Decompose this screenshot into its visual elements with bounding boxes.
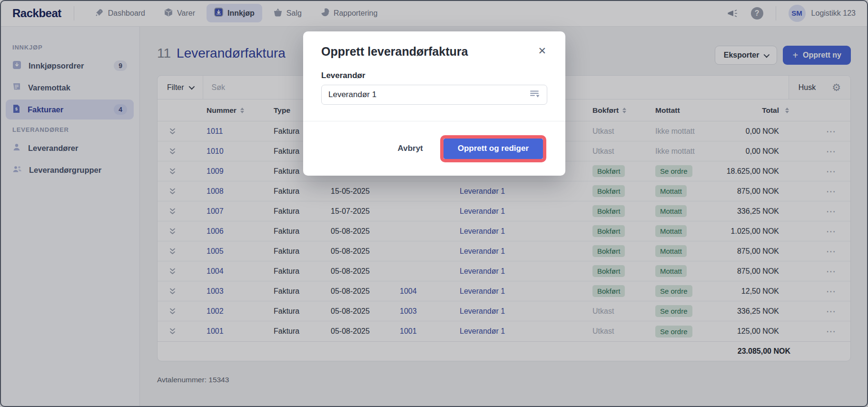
modal-title: Opprett leverandørfaktura	[321, 45, 468, 59]
supplier-select-input[interactable]	[328, 90, 530, 99]
create-and-edit-button[interactable]: Opprett og rediger	[444, 139, 543, 159]
close-icon[interactable]: ✕	[537, 45, 547, 57]
create-invoice-modal: Opprett leverandørfaktura ✕ Leverandør A…	[303, 31, 565, 176]
annotation-highlight: Opprett og rediger	[440, 135, 546, 162]
cancel-button[interactable]: Avbryt	[398, 144, 423, 153]
select-list-icon[interactable]	[530, 89, 540, 100]
supplier-field-label: Leverandør	[321, 71, 547, 80]
